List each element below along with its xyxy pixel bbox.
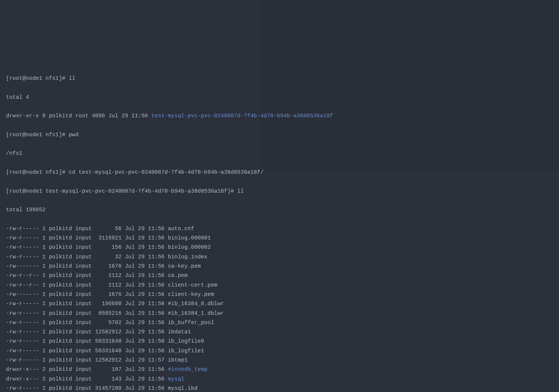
command-line: [root@node1 nfs1]# ll — [6, 74, 553, 83]
file-entry: -rw-r----- 1 polkitd input 8585216 Jul 2… — [6, 309, 553, 318]
file-meta: -rw-r----- 1 polkitd input 196608 Jul 29… — [6, 301, 168, 307]
file-entry: -rw-r----- 1 polkitd input 3116921 Jul 2… — [6, 233, 553, 243]
file-entry: drwxr-x--- 2 polkitd input 143 Jul 29 11… — [6, 375, 553, 384]
directory-name: test-mysql-pvc-pvc-0240087d-7f4b-4d70-b9… — [151, 113, 333, 119]
file-entry: drwxr-x--- 2 polkitd input 187 Jul 29 11… — [6, 365, 553, 374]
file-meta: -rw------- 1 polkitd input 1676 Jul 29 1… — [6, 263, 168, 269]
command-text: ll — [69, 75, 75, 81]
file-entry: -rw-r----- 1 polkitd input 156 Jul 29 11… — [6, 243, 553, 252]
file-entry: -rw-r--r-- 1 polkitd input 1112 Jul 29 1… — [6, 281, 553, 290]
file-name: ibtmp1 — [168, 357, 187, 363]
terminal-output[interactable]: [root@node1 nfs1]# ll total 4 drwxr-xr-x… — [6, 65, 553, 392]
file-entry: -rw-r----- 1 polkitd input 196608 Jul 29… — [6, 299, 553, 308]
file-meta: -rw-r----- 1 polkitd input 156 Jul 29 11… — [6, 244, 168, 250]
file-entry: -rw------- 1 polkitd input 1676 Jul 29 1… — [6, 262, 553, 271]
file-entry: -rw-r----- 1 polkitd input 12582912 Jul … — [6, 356, 553, 365]
file-meta: drwxr-x--- 2 polkitd input 187 Jul 29 11… — [6, 366, 168, 372]
file-entry: -rw-r----- 1 polkitd input 56 Jul 29 11:… — [6, 224, 553, 233]
file-name: #ib_16384_0.dblwr — [168, 301, 224, 307]
file-meta: -rw-r----- 1 polkitd input 50331648 Jul … — [6, 348, 168, 354]
output-line: /nfs1 — [6, 149, 553, 158]
file-meta: -rw-r----- 1 polkitd input 8585216 Jul 2… — [6, 310, 168, 316]
command-line: [root@node1 test-mysql-pvc-pvc-0240087d-… — [6, 187, 553, 196]
shell-prompt: [root@node1 nfs1]# — [6, 132, 69, 138]
command-text: pwd — [69, 132, 79, 138]
file-listing: -rw-r----- 1 polkitd input 56 Jul 29 11:… — [6, 224, 553, 392]
file-meta: -rw-r----- 1 polkitd input 50331648 Jul … — [6, 338, 168, 344]
file-name: binlog.000002 — [168, 244, 211, 250]
output-line: total 4 — [6, 93, 553, 102]
file-name: ib_buffer_pool — [168, 320, 214, 326]
file-name: mysql.ibd — [168, 385, 197, 391]
output-line: total 198052 — [6, 205, 553, 215]
file-entry: -rw-r----- 1 polkitd input 50331648 Jul … — [6, 337, 553, 346]
output-line: drwxr-xr-x 6 polkitd root 4096 Jul 29 11… — [6, 111, 553, 121]
file-name: ca.pem — [168, 272, 187, 278]
file-name: client-key.pem — [168, 291, 214, 297]
file-meta: -rw-r----- 1 polkitd input 32 Jul 29 11:… — [6, 254, 168, 260]
command-text: cd test-mysql-pvc-pvc-0240087d-7f4b-4d70… — [69, 169, 264, 175]
file-meta: -rw-r----- 1 polkitd input 3116921 Jul 2… — [6, 235, 168, 241]
file-name: #ib_16384_1.dblwr — [168, 310, 224, 316]
command-text: ll — [237, 188, 244, 194]
file-meta: -rw-r----- 1 polkitd input 12582912 Jul … — [6, 329, 168, 335]
file-meta: -rw-r--r-- 1 polkitd input 1112 Jul 29 1… — [6, 272, 168, 278]
shell-prompt: [root@node1 test-mysql-pvc-pvc-0240087d-… — [6, 188, 237, 194]
file-entry: -rw-r--r-- 1 polkitd input 1112 Jul 29 1… — [6, 271, 553, 280]
shell-prompt: [root@node1 nfs1]# — [6, 169, 69, 175]
file-meta: -rw-r--r-- 1 polkitd input 1112 Jul 29 1… — [6, 282, 168, 288]
file-meta: drwxr-x--- 2 polkitd input 143 Jul 29 11… — [6, 376, 168, 382]
file-meta: -rw------- 1 polkitd input 1676 Jul 29 1… — [6, 291, 168, 297]
file-name: ib_logfile1 — [168, 348, 204, 354]
file-meta: -rw-r----- 1 polkitd input 31457280 Jul … — [6, 385, 168, 391]
file-entry: -rw-r----- 1 polkitd input 32 Jul 29 11:… — [6, 252, 553, 262]
file-entry: -rw-r----- 1 polkitd input 5702 Jul 29 1… — [6, 318, 553, 327]
file-name: auto.cnf — [168, 226, 194, 232]
file-entry: -rw------- 1 polkitd input 1676 Jul 29 1… — [6, 290, 553, 299]
file-meta: -rw-r----- 1 polkitd input 5702 Jul 29 1… — [6, 320, 168, 326]
file-name: ca-key.pem — [168, 263, 201, 269]
file-meta: -rw-r----- 1 polkitd input 56 Jul 29 11:… — [6, 226, 168, 232]
directory-name: #innodb_temp — [168, 366, 207, 372]
file-meta: -rw-r----- 1 polkitd input 12582912 Jul … — [6, 357, 168, 363]
file-entry: -rw-r----- 1 polkitd input 12582912 Jul … — [6, 327, 553, 337]
file-name: client-cert.pem — [168, 282, 218, 288]
file-entry: -rw-r----- 1 polkitd input 50331648 Jul … — [6, 346, 553, 356]
file-name: binlog.000001 — [168, 235, 211, 241]
file-entry: -rw-r----- 1 polkitd input 31457280 Jul … — [6, 384, 553, 392]
file-name: ib_logfile0 — [168, 338, 204, 344]
file-name: binlog.index — [168, 254, 207, 260]
shell-prompt: [root@node1 nfs1]# — [6, 75, 69, 81]
directory-name: mysql — [168, 376, 184, 382]
command-line: [root@node1 nfs1]# pwd — [6, 130, 553, 140]
file-name: ibdata1 — [168, 329, 191, 335]
file-entry-prefix: drwxr-xr-x 6 polkitd root 4096 Jul 29 11… — [6, 113, 151, 119]
command-line: [root@node1 nfs1]# cd test-mysql-pvc-pvc… — [6, 168, 553, 177]
